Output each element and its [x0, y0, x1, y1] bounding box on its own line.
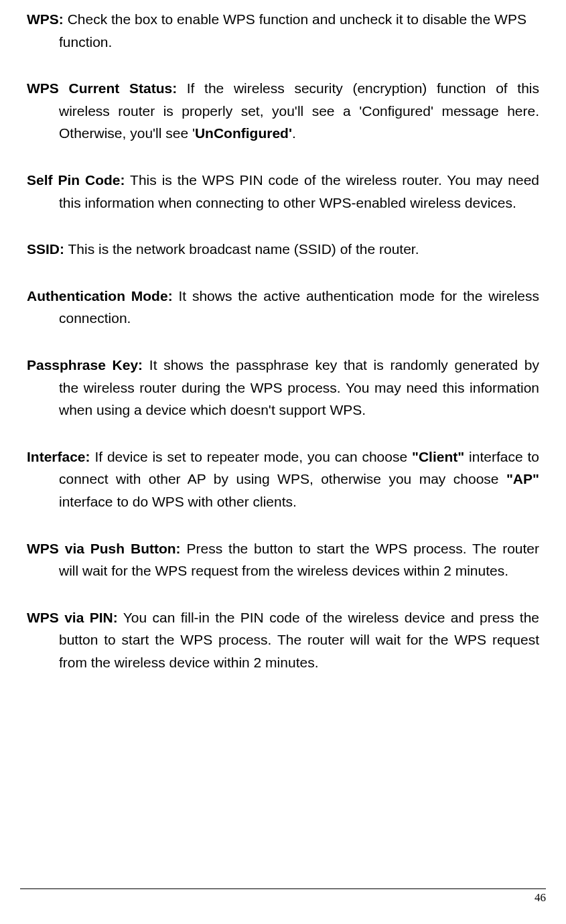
definition-wps-status: WPS Current Status: If the wireless secu…	[27, 77, 539, 145]
term-wps-pin: WPS via PIN:	[27, 610, 118, 625]
wps-push-line2: will wait for the WPS request from the w…	[27, 559, 539, 582]
definition-passphrase: Passphrase Key: It shows the passphrase …	[27, 354, 539, 421]
text-auth-mode-l1: It shows the active authentication mode …	[173, 288, 539, 304]
wps-pin-line1: WPS via PIN: You can fill-in the PIN cod…	[27, 606, 539, 629]
self-pin-line2: this information when connecting to othe…	[27, 192, 539, 214]
wps-status-line1: WPS Current Status: If the wireless secu…	[27, 77, 539, 100]
interface-post1: interface to	[464, 449, 539, 464]
interface-bold1: "Client"	[412, 449, 464, 464]
wps-status-l3-after: .	[292, 125, 296, 141]
text-passphrase-l1: It shows the passphrase key that is rand…	[143, 357, 539, 373]
definition-ssid: SSID: This is the network broadcast name…	[27, 238, 539, 261]
definition-wps-pin: WPS via PIN: You can fill-in the PIN cod…	[27, 606, 539, 674]
passphrase-line3: when using a device which doesn't suppor…	[27, 399, 539, 421]
term-wps: WPS:	[27, 11, 64, 27]
wps-push-line1: WPS via Push Button: Press the button to…	[27, 537, 539, 560]
text-ssid: This is the network broadcast name (SSID…	[64, 241, 419, 257]
term-interface: Interface:	[27, 449, 90, 464]
term-auth-mode: Authentication Mode:	[27, 288, 173, 304]
term-ssid: SSID:	[27, 241, 64, 257]
text-wps-pin-l1: You can fill-in the PIN code of the wire…	[118, 610, 539, 625]
interface-line3: interface to do WPS with other clients.	[27, 490, 539, 513]
interface-line2: connect with other AP by using WPS, othe…	[27, 468, 539, 490]
interface-bold2: "AP"	[506, 471, 539, 486]
text-self-pin-l1: This is the WPS PIN code of the wireless…	[125, 172, 539, 188]
wps-pin-line3: from the wireless device within 2 minute…	[27, 651, 539, 674]
self-pin-line1: Self Pin Code: This is the WPS PIN code …	[27, 169, 539, 192]
definition-auth-mode: Authentication Mode: It shows the active…	[27, 285, 539, 330]
document-body: WPS: Check the box to enable WPS functio…	[27, 8, 539, 673]
interface-line2pre: connect with other AP by using WPS, othe…	[59, 471, 506, 486]
definition-wps: WPS: Check the box to enable WPS functio…	[27, 8, 539, 53]
wps-status-l3-pre: Otherwise, you'll see '	[59, 125, 195, 141]
definition-interface: Interface: If device is set to repeater …	[27, 446, 539, 513]
footer-divider	[20, 888, 546, 889]
wps-status-line3: Otherwise, you'll see 'UnConfigured'.	[27, 122, 539, 145]
interface-pre1: If device is set to repeater mode, you c…	[90, 449, 412, 464]
text-wps-line1: Check the box to enable WPS function and…	[64, 11, 526, 27]
term-self-pin: Self Pin Code:	[27, 172, 125, 188]
term-wps-status: WPS Current Status:	[27, 80, 177, 96]
term-wps-push: WPS via Push Button:	[27, 541, 181, 556]
text-wps-line2: function.	[27, 31, 539, 54]
text-wps-push-l1: Press the button to start the WPS proces…	[181, 541, 539, 556]
text-wps-status-l1: If the wireless security (encryption) fu…	[177, 80, 539, 96]
passphrase-line2: the wireless router during the WPS proce…	[27, 377, 539, 399]
page-number: 46	[535, 888, 546, 907]
definition-wps-push: WPS via Push Button: Press the button to…	[27, 537, 539, 582]
wps-status-line2: wireless router is properly set, you'll …	[27, 100, 539, 123]
auth-mode-line2: connection.	[27, 307, 539, 330]
passphrase-line1: Passphrase Key: It shows the passphrase …	[27, 354, 539, 377]
interface-line1: Interface: If device is set to repeater …	[27, 446, 539, 468]
term-passphrase: Passphrase Key:	[27, 357, 143, 373]
auth-mode-line1: Authentication Mode: It shows the active…	[27, 285, 539, 308]
definition-self-pin: Self Pin Code: This is the WPS PIN code …	[27, 169, 539, 214]
wps-pin-line2: button to start the WPS process. The rou…	[27, 629, 539, 651]
wps-status-l3-bold: UnConfigured'	[195, 125, 292, 141]
